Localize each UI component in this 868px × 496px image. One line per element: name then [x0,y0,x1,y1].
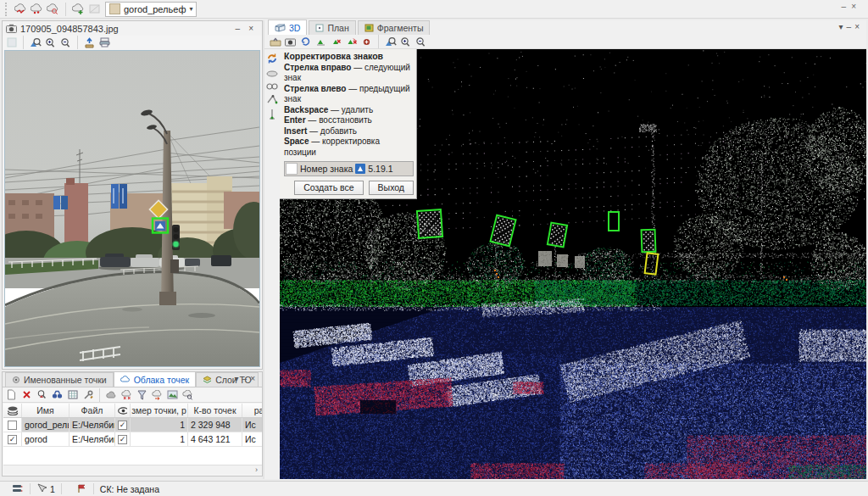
shortcut-line: Space — корректировка позиции [284,137,414,158]
clouds-table-header[interactable]: Имя Файл змер точки, р К-во точек ра [3,404,262,418]
sign-add-icon[interactable] [359,35,374,49]
zoom-in-icon[interactable] [398,35,413,49]
paint-mode-value: Ис [242,418,262,432]
shortcut-line: Insert — добавить [284,126,414,137]
sign-prev-icon[interactable] [314,35,328,49]
sign-delete-all-icon[interactable] [344,35,359,49]
clouds-stack-icon [3,404,22,417]
clouds-toolbar [3,387,262,403]
tab-named-points[interactable]: Именованные точки [5,372,114,387]
main-toolbar: gorod_рельеф ▾ –× [0,0,868,19]
photo-panel-close[interactable]: × [248,24,259,33]
zoom-in-icon[interactable] [43,36,58,50]
create-all-button[interactable]: Создать все [294,181,363,195]
zoom-out-icon[interactable] [414,35,428,49]
tab-point-clouds[interactable]: Облака точек [114,371,196,387]
col-point-size: змер точки, р [131,404,188,417]
photo-panel-minimize[interactable]: – [236,24,246,33]
grid-view-icon [4,36,19,50]
shortcut-line: Стрелка вправо — следующий знак [284,63,414,84]
shortcut-line: Enter — восстановить [284,115,414,126]
sign-correction-overlay: Корректировка знаков Стрелка вправо — сл… [280,49,417,199]
row-checkbox[interactable] [8,421,17,430]
cloud-search-icon[interactable] [46,2,60,16]
exit-button[interactable]: Выход [369,181,414,195]
road-patch [188,313,215,318]
visibility-checkbox[interactable]: ✓ [118,421,127,430]
scroll-right-arrow[interactable]: › [252,465,261,474]
sign-delete-icon[interactable] [329,35,343,49]
active-layer-dropdown[interactable]: gorod_рельеф ▾ [105,2,197,17]
snapshot-icon[interactable] [283,35,298,49]
street-photo [5,51,259,366]
flag-status-icon[interactable] [76,483,87,495]
new-item-icon[interactable] [4,387,19,402]
zoom-region-icon[interactable] [383,35,398,49]
road-patch [122,308,142,312]
find-point-icon[interactable] [35,387,49,402]
clouds-table: Имя Файл змер точки, р К-во точек ра gor… [3,404,262,466]
eye-icon [115,404,131,417]
status-bar: 1 СК: Не задана [0,481,868,496]
cloud-gray-icon[interactable] [104,387,119,402]
row-checkbox[interactable]: ✓ [8,435,17,444]
rotate-view-icon[interactable] [298,35,313,49]
cloud-filter-icon[interactable] [135,387,149,402]
delete-icon[interactable] [19,387,34,402]
layer-name: gorod_рельеф [124,4,186,14]
toolbar-separator [23,36,24,49]
cloud-image-icon[interactable] [165,387,180,402]
view-side-toolbar [264,49,280,479]
tab-3d[interactable]: 3D [268,20,307,35]
toolbar-separator [77,36,78,49]
import-photo-icon[interactable] [82,36,97,50]
refresh-icon[interactable] [266,53,278,66]
cloud-delete-points-icon[interactable] [120,387,134,402]
tab-fragments[interactable]: Фрагменты [358,20,431,35]
cloud-move-icon[interactable] [150,387,164,402]
window-controls[interactable]: –× [842,2,861,11]
visibility-checkbox[interactable]: ✓ [118,435,127,444]
table-row[interactable]: ✓ gorod E:/Челябин… ✓ 1 4 643 121 Ис [3,432,262,447]
disc-icon[interactable] [266,69,278,79]
tab-plan[interactable]: План [309,20,355,35]
point-clouds-panel: Именованные точки Облака точек Слои ТО ▾… [2,371,263,476]
layers-icon [203,376,212,384]
survey-pole-icon[interactable] [268,109,276,121]
pole-base [159,292,176,305]
photo-panel-titlebar[interactable]: 170905_094857843.jpg – × [3,21,262,36]
table-icon[interactable] [65,387,80,402]
zoom-out-icon[interactable] [58,36,73,50]
shortcut-line: Стрелка влево — предыдущий знак [284,84,414,105]
measure-icon[interactable] [266,94,278,106]
chevron-down-icon: ▾ [189,5,192,13]
print-photo-icon[interactable] [97,36,112,50]
binoculars-icon[interactable] [50,387,64,402]
cloud-file: E:/Челябин… [70,418,115,432]
back-view-icon[interactable] [268,35,282,49]
toolbar-separator [378,35,379,48]
statusbar-separator [30,483,31,494]
col-paint: ра [242,404,262,417]
sign-number-label: Номер знака [300,164,353,175]
zoom-region-icon[interactable] [28,36,42,50]
view-panel-controls[interactable]: ▾–× [839,22,863,31]
paint-mode-value: Ис [242,432,262,446]
cloud-name: gorod [22,432,70,446]
cloud-points-icon[interactable] [30,2,44,16]
layers-status-icon[interactable] [12,483,24,495]
sign-number-field[interactable]: Номер знака 5.19.1 [284,161,414,176]
table-row[interactable]: gorod_рель… E:/Челябин… ✓ 1 2 329 948 Ис [3,418,262,432]
cloud-classify-icon[interactable] [14,2,28,16]
layer-thumbnail [109,3,120,14]
cloud-inspect-icon[interactable] [181,387,195,402]
target-point-icon [12,376,20,384]
statusbar-separator [61,483,62,494]
horizontal-scrollbar[interactable]: › [3,465,262,474]
stereo-glasses-icon[interactable] [266,81,278,92]
clouds-panel-controls[interactable]: ▾–× [235,374,259,383]
cloud-add-icon[interactable] [71,2,86,16]
photo-image[interactable] [4,50,260,367]
settings-icon[interactable] [81,387,95,402]
photo-viewer-panel: 170905_094857843.jpg – × [2,20,263,370]
